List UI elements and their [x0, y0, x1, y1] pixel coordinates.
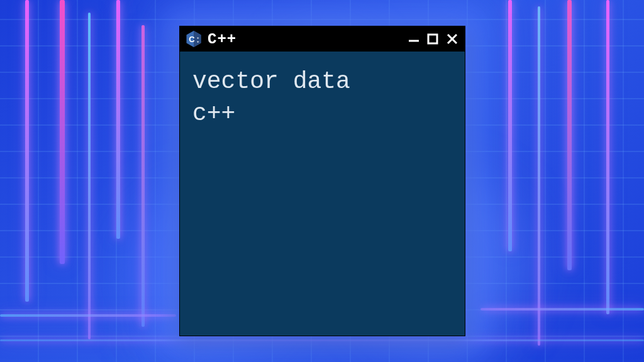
- maximize-button[interactable]: [427, 33, 438, 45]
- svg-text:C: C: [189, 35, 195, 44]
- title-left-group: C + + C++: [185, 30, 236, 48]
- maximize-icon: [427, 33, 438, 45]
- content-line-1: vector data: [192, 65, 452, 97]
- close-icon: [446, 33, 458, 45]
- svg-rect-6: [428, 35, 437, 43]
- window-controls-group: [408, 33, 458, 45]
- terminal-window: C + + C++: [179, 26, 465, 336]
- svg-text:+: +: [197, 40, 199, 43]
- close-button[interactable]: [446, 33, 458, 45]
- window-titlebar: C + + C++: [180, 26, 465, 52]
- minimize-button[interactable]: [408, 33, 419, 45]
- cpp-logo-icon: C + +: [185, 30, 203, 48]
- content-line-2: c++: [192, 97, 452, 129]
- window-content: vector data c++: [180, 52, 465, 144]
- minimize-icon: [408, 33, 419, 45]
- window-title: C++: [208, 31, 236, 48]
